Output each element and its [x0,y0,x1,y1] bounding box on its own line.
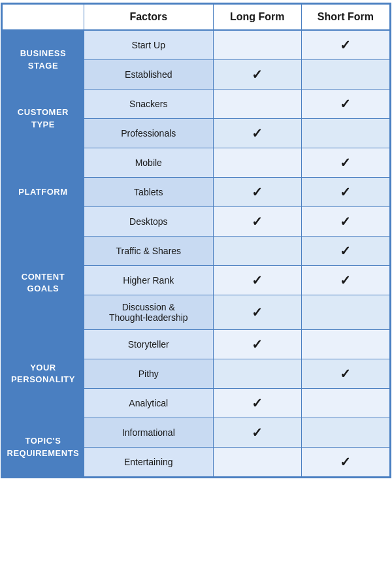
table-row: CONTENT GOALSTraffic & Shares✓ [3,237,390,266]
category-label: CUSTOMER TYPE [3,90,84,148]
factor-name: Entertaining [84,448,213,477]
factor-name: Higher Rank [84,266,213,295]
longform-check: ✓ [213,60,301,90]
factor-name: Discussion & Thought-leadership [84,295,213,330]
shortform-check [301,330,389,359]
shortform-check [301,295,389,330]
factor-name: Pithy [84,359,213,389]
longform-check [213,237,301,266]
longform-check [213,30,301,60]
factors-header: Factors [84,5,213,31]
longform-check [213,90,301,119]
longform-check [213,448,301,477]
factor-name: Professionals [84,119,213,148]
shortform-check [301,389,389,418]
longform-check: ✓ [213,266,301,295]
factor-name: Tablets [84,178,213,207]
longform-check [213,148,301,178]
factor-name: Established [84,60,213,90]
shortform-check [301,60,389,90]
table-row: TOPIC'S REQUIREMENTSInformational✓ [3,418,390,448]
shortform-check: ✓ [301,359,389,389]
factor-name: Snackers [84,90,213,119]
shortform-check: ✓ [301,448,389,477]
category-label: PLATFORM [3,148,84,237]
longform-check: ✓ [213,119,301,148]
longform-check: ✓ [213,295,301,330]
shortform-check [301,119,389,148]
table-row: CUSTOMER TYPESnackers✓ [3,90,390,119]
factor-name: Mobile [84,148,213,178]
factor-name: Analytical [84,389,213,418]
table-row: BUSINESS STAGEStart Up✓ [3,30,390,60]
factor-name: Desktops [84,207,213,237]
longform-check: ✓ [213,389,301,418]
shortform-check [301,418,389,448]
header-row: Factors Long Form Short Form [3,5,390,31]
table-row: PLATFORMMobile✓ [3,148,390,178]
shortform-check: ✓ [301,237,389,266]
table-row: YOUR PERSONALITYStoryteller✓ [3,330,390,359]
comparison-table: Factors Long Form Short Form BUSINESS ST… [1,3,391,478]
shortform-check: ✓ [301,90,389,119]
shortform-check: ✓ [301,266,389,295]
longform-check: ✓ [213,178,301,207]
factor-name: Informational [84,418,213,448]
category-label: CONTENT GOALS [3,237,84,330]
shortform-check: ✓ [301,30,389,60]
factor-name: Traffic & Shares [84,237,213,266]
category-label: TOPIC'S REQUIREMENTS [3,418,84,477]
shortform-check: ✓ [301,178,389,207]
longform-check: ✓ [213,418,301,448]
longform-check: ✓ [213,330,301,359]
shortform-check: ✓ [301,148,389,178]
category-label: BUSINESS STAGE [3,30,84,90]
longform-header: Long Form [213,5,301,31]
factor-name: Start Up [84,30,213,60]
longform-check [213,359,301,389]
shortform-header: Short Form [301,5,389,31]
category-label: YOUR PERSONALITY [3,330,84,418]
corner-cell [3,5,84,31]
shortform-check: ✓ [301,207,389,237]
longform-check: ✓ [213,207,301,237]
factor-name: Storyteller [84,330,213,359]
